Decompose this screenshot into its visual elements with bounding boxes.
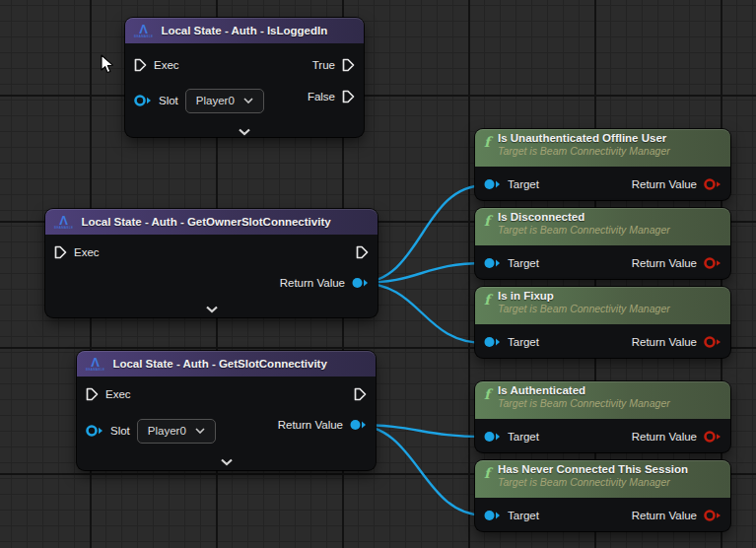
wire-owner-to-unauthenticated[interactable] bbox=[359, 185, 485, 283]
chevron-down-icon bbox=[195, 428, 205, 434]
pin-label: True bbox=[312, 59, 335, 71]
node-header[interactable]: f Is Authenticated Target is Beam Connec… bbox=[475, 381, 730, 419]
target-input-pin[interactable] bbox=[484, 431, 501, 443]
node-is-disconnected[interactable]: f Is Disconnected Target is Beam Connect… bbox=[475, 208, 730, 279]
pin-label: Return Value bbox=[280, 277, 345, 289]
chevron-down-icon bbox=[220, 458, 233, 466]
node-is-in-fixup[interactable]: f Is in Fixup Target is Beam Connectivit… bbox=[475, 287, 730, 358]
pin-label: Return Value bbox=[632, 431, 697, 443]
return-value-output-pin[interactable] bbox=[350, 419, 367, 431]
function-icon: f bbox=[484, 214, 490, 228]
node-is-unauthenticated-offline-user[interactable]: f Is Unauthenticated Offline User Target… bbox=[475, 129, 730, 200]
target-input-pin[interactable] bbox=[484, 510, 501, 521]
node-title: Is Authenticated bbox=[498, 384, 670, 396]
beamable-logo-icon: Λ BEAMABLE bbox=[86, 356, 104, 372]
slot-input-pin[interactable] bbox=[86, 424, 103, 438]
pin-label: Return Value bbox=[632, 336, 697, 348]
pin-label: Target bbox=[508, 257, 539, 269]
node-subtitle: Target is Beam Connectivity Manager bbox=[498, 303, 670, 314]
node-title: Is Unauthenticated Offline User bbox=[498, 132, 670, 144]
node-header[interactable]: f Is Disconnected Target is Beam Connect… bbox=[475, 208, 730, 245]
exec-out-pin[interactable] bbox=[354, 387, 367, 401]
chevron-down-icon bbox=[205, 306, 218, 313]
node-title: Is in Fixup bbox=[498, 290, 670, 302]
pin-label: Target bbox=[508, 510, 539, 521]
slot-input-pin[interactable] bbox=[134, 94, 152, 107]
wire-owner-to-fixup[interactable] bbox=[359, 283, 485, 343]
node-title: Is Disconnected bbox=[498, 211, 670, 223]
pin-label: Return Value bbox=[632, 178, 697, 190]
exec-out-false-pin[interactable] bbox=[342, 90, 355, 103]
pin-label: Return Value bbox=[632, 257, 697, 269]
pin-label: Exec bbox=[105, 388, 131, 400]
function-icon: f bbox=[484, 387, 490, 401]
node-title: Has Never Connected This Session bbox=[498, 463, 688, 475]
chevron-down-icon bbox=[243, 98, 253, 103]
function-icon: f bbox=[484, 293, 490, 307]
return-value-output-pin[interactable] bbox=[704, 430, 722, 444]
exec-in-pin[interactable] bbox=[134, 58, 147, 72]
beamable-logo-icon: Λ BEAMABLE bbox=[134, 23, 153, 38]
node-header[interactable]: f Is Unauthenticated Offline User Target… bbox=[475, 129, 730, 167]
slot-dropdown[interactable]: Player0 bbox=[137, 419, 216, 444]
node-title: Local State - Auth - GetSlotConnectivity bbox=[112, 358, 326, 370]
chevron-down-icon bbox=[239, 128, 251, 136]
node-local-state-auth-getslotconnectivity[interactable]: Λ BEAMABLE Local State - Auth - GetSlotC… bbox=[77, 351, 376, 470]
node-has-never-connected-this-session[interactable]: f Has Never Connected This Session Targe… bbox=[475, 460, 730, 531]
pin-label: Slot bbox=[110, 425, 130, 437]
node-local-state-auth-getownerslotconnectivity[interactable]: Λ BEAMABLE Local State - Auth - GetOwner… bbox=[45, 209, 378, 317]
node-title: Local State - Auth - GetOwnerSlotConnect… bbox=[81, 216, 330, 228]
pin-label: Target bbox=[508, 431, 539, 443]
pin-label: Exec bbox=[154, 59, 179, 71]
pin-label: Exec bbox=[74, 246, 100, 258]
return-value-output-pin[interactable] bbox=[704, 256, 722, 270]
slot-dropdown[interactable]: Player0 bbox=[185, 89, 264, 113]
node-header[interactable]: f Is in Fixup Target is Beam Connectivit… bbox=[475, 287, 730, 324]
pin-label: False bbox=[308, 91, 335, 103]
node-title: Local State - Auth - IsLoggedIn bbox=[161, 25, 327, 36]
pin-label: Return Value bbox=[278, 419, 343, 431]
collapse-node-button[interactable] bbox=[205, 300, 218, 317]
node-is-authenticated[interactable]: f Is Authenticated Target is Beam Connec… bbox=[475, 381, 730, 452]
node-local-state-auth-isloggedin[interactable]: Λ BEAMABLE Local State - Auth - IsLogged… bbox=[125, 18, 364, 137]
exec-in-pin[interactable] bbox=[54, 245, 67, 259]
node-subtitle: Target is Beam Connectivity Manager bbox=[498, 397, 670, 409]
return-value-output-pin[interactable] bbox=[352, 277, 369, 289]
return-value-output-pin[interactable] bbox=[704, 509, 722, 522]
node-subtitle: Target is Beam Connectivity Manager bbox=[498, 224, 670, 236]
exec-in-pin[interactable] bbox=[86, 387, 99, 401]
node-subtitle: Target is Beam Connectivity Manager bbox=[498, 145, 670, 157]
blueprint-canvas[interactable]: Λ BEAMABLE Local State - Auth - IsLogged… bbox=[0, 0, 756, 548]
collapse-node-button[interactable] bbox=[220, 452, 233, 470]
pin-label: Target bbox=[508, 336, 539, 348]
function-icon: f bbox=[484, 466, 490, 480]
pin-label: Target bbox=[508, 178, 539, 190]
node-header[interactable]: Λ BEAMABLE Local State - Auth - GetSlotC… bbox=[77, 351, 376, 377]
exec-out-true-pin[interactable] bbox=[342, 58, 355, 72]
target-input-pin[interactable] bbox=[484, 257, 501, 269]
pin-label: Return Value bbox=[632, 510, 697, 521]
beamable-logo-icon: Λ BEAMABLE bbox=[54, 214, 73, 230]
function-icon: f bbox=[484, 135, 490, 149]
return-value-output-pin[interactable] bbox=[704, 177, 722, 191]
node-header[interactable]: Λ BEAMABLE Local State - Auth - IsLogged… bbox=[125, 18, 364, 43]
node-header[interactable]: Λ BEAMABLE Local State - Auth - GetOwner… bbox=[45, 209, 378, 235]
target-input-pin[interactable] bbox=[484, 336, 501, 348]
collapse-node-button[interactable] bbox=[239, 122, 251, 140]
node-header[interactable]: f Has Never Connected This Session Targe… bbox=[475, 460, 730, 498]
target-input-pin[interactable] bbox=[484, 178, 501, 190]
mouse-cursor bbox=[101, 54, 115, 75]
exec-out-pin[interactable] bbox=[356, 245, 369, 259]
return-value-output-pin[interactable] bbox=[704, 335, 722, 349]
pin-label: Slot bbox=[159, 95, 178, 106]
node-subtitle: Target is Beam Connectivity Manager bbox=[498, 476, 688, 488]
